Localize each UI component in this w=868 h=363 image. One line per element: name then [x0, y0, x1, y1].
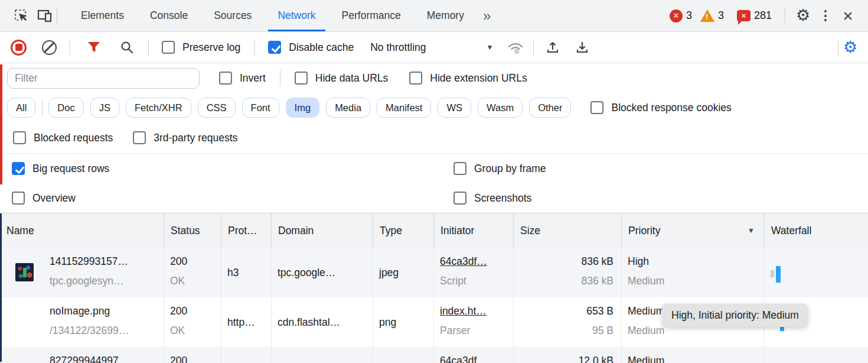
chip-all[interactable]: All — [7, 98, 35, 118]
blocked-requests-checkbox[interactable]: Blocked requests — [13, 131, 113, 144]
chip-css[interactable]: CSS — [198, 98, 236, 118]
column-header-domain[interactable]: Domain — [272, 213, 373, 248]
network-settings-button[interactable]: ⚙ — [838, 35, 862, 59]
gear-icon: ⚙ — [796, 8, 810, 24]
protocol: http… — [227, 316, 255, 329]
chip-fetch-xhr[interactable]: Fetch/XHR — [126, 98, 191, 118]
divider — [70, 39, 70, 56]
more-options-button[interactable] — [821, 10, 830, 21]
priority: Medium — [628, 355, 758, 363]
checkbox-unchecked — [453, 192, 466, 205]
column-header-waterfall[interactable]: Waterfall — [765, 213, 868, 248]
hide-data-urls-checkbox[interactable]: Hide data URLs — [295, 72, 389, 85]
checkbox-unchecked — [12, 192, 25, 205]
export-har-button[interactable] — [570, 35, 594, 59]
chip-manifest[interactable]: Manifest — [377, 98, 431, 118]
filter-input[interactable] — [7, 68, 200, 89]
request-path: tpc.googlesyn… — [50, 275, 158, 287]
filter-row-2: All Doc JS Fetch/XHR CSS Font Img Media … — [0, 93, 868, 122]
chip-wasm[interactable]: Wasm — [478, 98, 523, 118]
requests-table: Name Status Prot… Domain Type Initiator … — [0, 213, 868, 363]
chip-other[interactable]: Other — [529, 98, 571, 118]
waterfall-cell — [765, 248, 868, 297]
table-header: Name Status Prot… Domain Type Initiator … — [0, 213, 868, 248]
import-har-button[interactable] — [541, 35, 564, 59]
tab-network[interactable]: Network — [265, 0, 328, 31]
filter-toggle-button[interactable] — [82, 35, 106, 59]
inspect-cursor-icon — [14, 8, 29, 24]
initiator-link[interactable]: 64ca3df… — [440, 255, 507, 268]
priority: High — [628, 255, 758, 268]
throttling-select[interactable]: No throttling ▼ — [370, 41, 493, 54]
chip-doc[interactable]: Doc — [48, 98, 83, 118]
disable-cache-checkbox[interactable]: Disable cache — [268, 41, 354, 54]
initial-priority: Medium — [628, 275, 758, 287]
clear-network-log-button[interactable] — [42, 40, 57, 55]
group-by-frame-checkbox[interactable]: Group by frame — [453, 162, 546, 175]
toggle-device-toolbar-button[interactable] — [33, 4, 57, 28]
issue-count: 281 — [754, 9, 772, 22]
settings-row-2: Overview Screenshots — [0, 183, 868, 213]
waterfall-download-bar — [776, 266, 781, 283]
column-header-type[interactable]: Type — [373, 213, 434, 248]
initiator-kind: Script — [440, 275, 507, 287]
initiator-link[interactable]: index.ht… — [440, 305, 507, 317]
search-button[interactable] — [115, 35, 139, 59]
record-network-log-button[interactable] — [11, 40, 27, 56]
issues-badge[interactable]: ✕ 281 — [737, 9, 776, 22]
transfer-size: 653 B — [520, 305, 614, 317]
tab-memory[interactable]: Memory — [414, 0, 477, 31]
column-header-priority[interactable]: Priority ▼ — [622, 213, 765, 248]
waterfall-cell — [765, 347, 868, 363]
chip-font[interactable]: Font — [242, 98, 279, 118]
divider — [148, 39, 149, 56]
more-tabs-button[interactable]: » — [477, 0, 497, 31]
chevron-down-icon: ▼ — [487, 43, 494, 51]
chip-js[interactable]: JS — [90, 98, 119, 118]
status-text: OK — [170, 325, 215, 337]
tab-sources[interactable]: Sources — [201, 0, 265, 31]
network-conditions-button[interactable]: ⚙ — [504, 35, 527, 59]
column-header-size[interactable]: Size — [514, 213, 622, 248]
error-count: 3 — [686, 9, 692, 22]
checkbox-unchecked — [219, 72, 232, 85]
request-name: noImage.png — [50, 305, 158, 317]
settings-row-1: Big request rows Group by frame — [0, 154, 868, 183]
preserve-log-checkbox[interactable]: Preserve log — [162, 41, 240, 54]
table-row[interactable]: 141152993157… tpc.googlesyn… 200 OK h3 t… — [0, 248, 868, 297]
column-header-status[interactable]: Status — [164, 213, 221, 248]
overview-checkbox[interactable]: Overview — [12, 192, 76, 205]
record-icon — [15, 44, 22, 51]
blocked-response-cookies-checkbox[interactable]: Blocked response cookies — [590, 101, 731, 114]
column-header-protocol[interactable]: Prot… — [221, 213, 272, 248]
tab-elements[interactable]: Elements — [68, 0, 137, 31]
console-error-badge[interactable]: ✕ 3 ! 3 — [670, 9, 729, 22]
protocol: h3 — [227, 267, 239, 279]
panel-tabs: Elements Console Sources Network Perform… — [68, 0, 497, 31]
request-name: 141152993157… — [50, 255, 158, 268]
warning-count: 3 — [718, 9, 724, 22]
close-devtools-button[interactable]: × — [836, 4, 860, 28]
settings-button[interactable]: ⚙ — [791, 4, 815, 28]
initiator-link[interactable]: 64ca3df — [440, 355, 507, 363]
divider — [533, 39, 534, 56]
chip-img[interactable]: Img — [286, 98, 320, 118]
table-row[interactable]: 827299944997 200 64ca3df 12.0 kB Medium — [0, 347, 868, 363]
chip-media[interactable]: Media — [326, 98, 370, 118]
third-party-requests-checkbox[interactable]: 3rd-party requests — [133, 131, 237, 144]
gear-icon: ⚙ — [843, 40, 857, 56]
checkbox-unchecked — [133, 131, 146, 144]
invert-checkbox[interactable]: Invert — [219, 72, 266, 85]
inspect-element-button[interactable] — [9, 4, 33, 28]
chip-ws[interactable]: WS — [438, 98, 471, 118]
big-request-rows-checkbox[interactable]: Big request rows — [12, 162, 109, 175]
tab-performance[interactable]: Performance — [329, 0, 414, 31]
status-code: 200 — [170, 255, 215, 268]
screenshots-checkbox[interactable]: Screenshots — [453, 192, 531, 205]
column-header-name[interactable]: Name — [0, 213, 164, 248]
column-header-initiator[interactable]: Initiator — [434, 213, 514, 248]
divider — [785, 8, 785, 24]
domain: cdn.flashtal… — [278, 316, 340, 329]
tab-console[interactable]: Console — [137, 0, 201, 31]
hide-extension-urls-checkbox[interactable]: Hide extension URLs — [409, 72, 527, 85]
